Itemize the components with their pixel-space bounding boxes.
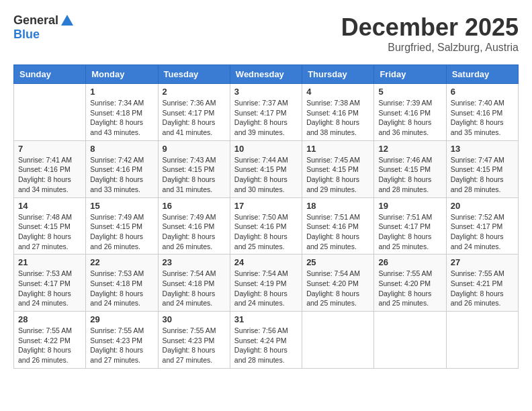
day-info: Sunrise: 7:54 AMSunset: 4:20 PMDaylight:… [306,269,369,308]
week-row-1: 1Sunrise: 7:34 AMSunset: 4:18 PMDaylight… [14,84,519,141]
day-info: Sunrise: 7:39 AMSunset: 4:16 PMDaylight:… [378,98,441,138]
calendar-cell: 25Sunrise: 7:54 AMSunset: 4:20 PMDayligh… [302,255,374,312]
calendar-body: 1Sunrise: 7:34 AMSunset: 4:18 PMDaylight… [14,84,519,369]
calendar-cell: 8Sunrise: 7:42 AMSunset: 4:16 PMDaylight… [86,140,158,197]
calendar-cell: 17Sunrise: 7:50 AMSunset: 4:16 PMDayligh… [230,197,302,255]
day-info: Sunrise: 7:52 AMSunset: 4:17 PMDaylight:… [451,212,514,252]
calendar-cell: 24Sunrise: 7:54 AMSunset: 4:19 PMDayligh… [230,255,302,312]
day-number: 10 [234,144,298,154]
calendar-cell: 26Sunrise: 7:55 AMSunset: 4:20 PMDayligh… [374,255,446,312]
calendar-cell: 7Sunrise: 7:41 AMSunset: 4:16 PMDaylight… [14,140,86,197]
day-info: Sunrise: 7:49 AMSunset: 4:15 PMDaylight:… [90,212,153,252]
day-info: Sunrise: 7:42 AMSunset: 4:16 PMDaylight:… [90,155,153,195]
calendar-cell: 3Sunrise: 7:37 AMSunset: 4:17 PMDaylight… [230,84,302,141]
day-info: Sunrise: 7:47 AMSunset: 4:15 PMDaylight:… [451,155,514,195]
calendar-cell: 12Sunrise: 7:46 AMSunset: 4:15 PMDayligh… [374,140,446,197]
header-friday: Friday [374,65,446,84]
month-title: December 2025 [341,13,519,42]
day-number: 27 [451,257,514,267]
day-number: 24 [234,257,298,267]
day-number: 18 [306,201,369,211]
calendar-cell [14,84,86,141]
day-info: Sunrise: 7:43 AMSunset: 4:15 PMDaylight:… [163,155,226,195]
calendar-cell: 9Sunrise: 7:43 AMSunset: 4:15 PMDaylight… [158,140,230,197]
header-wednesday: Wednesday [230,65,302,84]
day-number: 4 [306,87,369,97]
calendar-cell: 29Sunrise: 7:55 AMSunset: 4:23 PMDayligh… [86,312,158,369]
day-info: Sunrise: 7:34 AMSunset: 4:18 PMDaylight:… [90,98,153,138]
calendar-cell: 15Sunrise: 7:49 AMSunset: 4:15 PMDayligh… [86,197,158,255]
calendar-cell [446,312,518,369]
day-number: 5 [378,87,441,97]
logo-blue-text: Blue [13,28,40,42]
week-row-2: 7Sunrise: 7:41 AMSunset: 4:16 PMDaylight… [14,140,519,197]
day-number: 6 [451,87,514,97]
calendar-cell: 18Sunrise: 7:51 AMSunset: 4:16 PMDayligh… [302,197,374,255]
day-info: Sunrise: 7:55 AMSunset: 4:21 PMDaylight:… [451,269,514,308]
calendar-cell: 6Sunrise: 7:40 AMSunset: 4:16 PMDaylight… [446,84,518,141]
day-number: 8 [90,144,153,154]
week-row-3: 14Sunrise: 7:48 AMSunset: 4:15 PMDayligh… [14,197,519,255]
day-header-row: SundayMondayTuesdayWednesdayThursdayFrid… [14,65,519,84]
logo-icon [60,13,75,28]
day-number: 23 [163,257,226,267]
calendar-cell: 10Sunrise: 7:44 AMSunset: 4:15 PMDayligh… [230,140,302,197]
calendar-table: SundayMondayTuesdayWednesdayThursdayFrid… [13,64,519,369]
header-saturday: Saturday [446,65,518,84]
calendar-cell [374,312,446,369]
day-info: Sunrise: 7:48 AMSunset: 4:15 PMDaylight:… [18,212,81,252]
day-number: 30 [163,314,226,324]
day-info: Sunrise: 7:56 AMSunset: 4:24 PMDaylight:… [234,326,298,365]
week-row-5: 28Sunrise: 7:55 AMSunset: 4:22 PMDayligh… [14,312,519,369]
day-info: Sunrise: 7:51 AMSunset: 4:17 PMDaylight:… [378,212,441,252]
day-number: 17 [234,201,298,211]
day-info: Sunrise: 7:46 AMSunset: 4:15 PMDaylight:… [378,155,441,195]
calendar-cell: 13Sunrise: 7:47 AMSunset: 4:15 PMDayligh… [446,140,518,197]
logo-general-text: General [13,14,58,28]
title-section: December 2025 Burgfried, Salzburg, Austr… [341,13,519,54]
day-info: Sunrise: 7:40 AMSunset: 4:16 PMDaylight:… [451,98,514,138]
day-number: 11 [306,144,369,154]
header-tuesday: Tuesday [158,65,230,84]
day-number: 31 [234,314,298,324]
day-info: Sunrise: 7:54 AMSunset: 4:19 PMDaylight:… [234,269,298,308]
day-number: 12 [378,144,441,154]
day-info: Sunrise: 7:36 AMSunset: 4:17 PMDaylight:… [163,98,226,138]
calendar-cell: 22Sunrise: 7:53 AMSunset: 4:18 PMDayligh… [86,255,158,312]
day-number: 15 [90,201,153,211]
day-info: Sunrise: 7:53 AMSunset: 4:18 PMDaylight:… [90,269,153,308]
day-info: Sunrise: 7:55 AMSunset: 4:23 PMDaylight:… [90,326,153,365]
calendar-cell: 23Sunrise: 7:54 AMSunset: 4:18 PMDayligh… [158,255,230,312]
day-info: Sunrise: 7:38 AMSunset: 4:16 PMDaylight:… [306,98,369,138]
day-info: Sunrise: 7:50 AMSunset: 4:16 PMDaylight:… [234,212,298,252]
day-info: Sunrise: 7:55 AMSunset: 4:23 PMDaylight:… [163,326,226,365]
day-info: Sunrise: 7:44 AMSunset: 4:15 PMDaylight:… [234,155,298,195]
day-info: Sunrise: 7:55 AMSunset: 4:22 PMDaylight:… [18,326,81,365]
day-info: Sunrise: 7:37 AMSunset: 4:17 PMDaylight:… [234,98,298,138]
day-info: Sunrise: 7:41 AMSunset: 4:16 PMDaylight:… [18,155,81,195]
header-thursday: Thursday [302,65,374,84]
day-number: 29 [90,314,153,324]
calendar-cell: 28Sunrise: 7:55 AMSunset: 4:22 PMDayligh… [14,312,86,369]
day-number: 21 [18,257,81,267]
calendar-cell: 30Sunrise: 7:55 AMSunset: 4:23 PMDayligh… [158,312,230,369]
calendar-cell: 14Sunrise: 7:48 AMSunset: 4:15 PMDayligh… [14,197,86,255]
day-number: 3 [234,87,298,97]
calendar-cell: 2Sunrise: 7:36 AMSunset: 4:17 PMDaylight… [158,84,230,141]
calendar-cell: 4Sunrise: 7:38 AMSunset: 4:16 PMDaylight… [302,84,374,141]
day-number: 7 [18,144,81,154]
day-number: 1 [90,87,153,97]
day-info: Sunrise: 7:54 AMSunset: 4:18 PMDaylight:… [163,269,226,308]
header-monday: Monday [86,65,158,84]
week-row-4: 21Sunrise: 7:53 AMSunset: 4:17 PMDayligh… [14,255,519,312]
header: General Blue December 2025 Burgfried, Sa… [13,13,519,54]
day-info: Sunrise: 7:51 AMSunset: 4:16 PMDaylight:… [306,212,369,252]
calendar-cell: 19Sunrise: 7:51 AMSunset: 4:17 PMDayligh… [374,197,446,255]
day-number: 9 [163,144,226,154]
day-info: Sunrise: 7:55 AMSunset: 4:20 PMDaylight:… [378,269,441,308]
day-number: 26 [378,257,441,267]
day-number: 22 [90,257,153,267]
calendar-cell: 21Sunrise: 7:53 AMSunset: 4:17 PMDayligh… [14,255,86,312]
calendar-cell: 11Sunrise: 7:45 AMSunset: 4:15 PMDayligh… [302,140,374,197]
header-sunday: Sunday [14,65,86,84]
